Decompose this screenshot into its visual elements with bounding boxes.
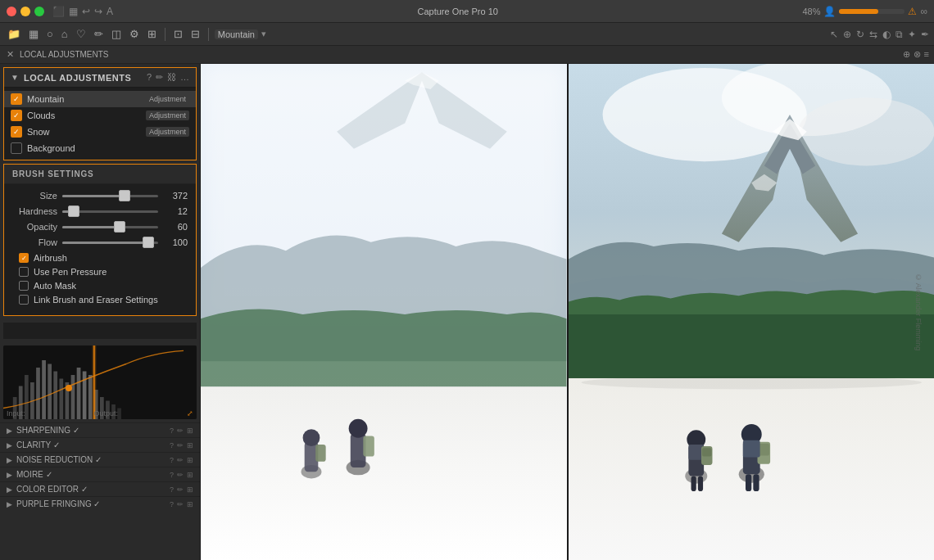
pen-icon[interactable]: ✒	[921, 29, 929, 40]
rotate-icon[interactable]: ↻	[856, 29, 864, 40]
adj-item-clouds[interactable]: ✓ Clouds Adjustment	[4, 107, 196, 124]
link-brush-row[interactable]: Link Brush and Eraser Settings	[12, 295, 188, 305]
sh-e-icon[interactable]: ✏	[177, 427, 184, 435]
undo-icon[interactable]: ↩	[82, 6, 90, 17]
adj-badge-mountain: Adjustment	[146, 94, 189, 104]
pen-pressure-row[interactable]: Use Pen Pressure	[12, 267, 188, 277]
section-moire[interactable]: ▶ MOIRE ✓ ? ✏ ⊞	[0, 467, 200, 481]
settings-icon[interactable]: ⚙	[127, 28, 142, 40]
mask-icon[interactable]: ◐	[882, 29, 891, 40]
purple-fringing-icons: ? ✏ ⊞	[170, 500, 193, 508]
ce-c-icon[interactable]: ⊞	[187, 485, 193, 494]
cursor-icon[interactable]: ↖	[830, 29, 838, 40]
adj-item-mountain[interactable]: ✓ Mountain Adjustment	[4, 91, 196, 107]
checkbox-snow[interactable]: ✓	[11, 126, 22, 138]
adj-item-background[interactable]: Background	[4, 140, 196, 156]
redo-icon[interactable]: ↪	[94, 6, 102, 17]
brush-icon[interactable]: ✏	[92, 28, 106, 40]
nr-e-icon[interactable]: ✏	[177, 456, 184, 464]
airbrush-label: Airbrush	[34, 253, 67, 263]
section-color-editor[interactable]: ▶ COLOR EDITOR ✓ ? ✏ ⊞	[0, 481, 200, 496]
fullscreen-button[interactable]	[34, 7, 44, 16]
link-icon[interactable]: ⛓	[167, 72, 176, 83]
airbrush-checkbox[interactable]: ✓	[19, 253, 29, 263]
opacity-track[interactable]	[62, 226, 158, 228]
opacity-thumb[interactable]	[114, 221, 125, 233]
sh-c-icon[interactable]: ⊞	[187, 427, 193, 435]
auto-mask-row[interactable]: Auto Mask	[12, 281, 188, 291]
sec-icon2[interactable]: ⊗	[914, 49, 921, 60]
profile-icon[interactable]: 👤	[823, 6, 836, 17]
tag-icon[interactable]: ♡	[74, 28, 88, 40]
import-icon[interactable]: 📁	[5, 28, 23, 40]
layout-icon[interactable]: ▦	[69, 6, 78, 17]
cl-e-icon[interactable]: ✏	[177, 441, 184, 449]
grid-icon[interactable]: ▦	[26, 28, 41, 40]
pf-q-icon[interactable]: ?	[170, 500, 174, 508]
view1-icon[interactable]: ⊡	[171, 28, 185, 40]
auto-mask-checkbox[interactable]	[19, 281, 29, 291]
nr-c-icon[interactable]: ⊞	[187, 456, 193, 464]
link-brush-checkbox[interactable]	[19, 295, 29, 305]
star-icon[interactable]: ⌂	[59, 28, 70, 40]
svg-rect-60	[745, 474, 750, 491]
share-icon[interactable]: ⊞	[145, 28, 159, 40]
more-icon[interactable]: …	[180, 72, 189, 83]
checkbox-background[interactable]	[11, 142, 22, 154]
mo-e-icon[interactable]: ✏	[177, 471, 184, 479]
view2-icon[interactable]: ⊟	[188, 28, 202, 40]
text-icon[interactable]: A	[107, 6, 113, 17]
histogram-expand[interactable]: ⤢	[187, 409, 193, 418]
checkbox-clouds[interactable]: ✓	[11, 110, 22, 121]
checkbox-mountain[interactable]: ✓	[11, 93, 22, 105]
flow-thumb[interactable]	[143, 237, 154, 248]
pen-pressure-checkbox[interactable]	[19, 267, 29, 277]
mo-c-icon[interactable]: ⊞	[187, 471, 193, 479]
sec-icon1[interactable]: ⊕	[903, 49, 910, 60]
adj-badge-snow: Adjustment	[146, 127, 189, 137]
brush-settings-panel: BRUSH SETTINGS Size 372 Hardness	[3, 164, 197, 316]
pf-e-icon[interactable]: ✏	[177, 500, 184, 508]
flow-track[interactable]	[62, 242, 158, 244]
output-label: Output:	[94, 409, 119, 418]
zoom-tool-icon[interactable]: ⊕	[843, 29, 851, 40]
size-thumb[interactable]	[119, 190, 130, 201]
ce-q-icon[interactable]: ?	[170, 485, 174, 494]
adj-item-snow[interactable]: ✓ Snow Adjustment	[4, 124, 196, 140]
airbrush-row[interactable]: ✓ Airbrush	[12, 253, 188, 263]
hardness-track[interactable]	[62, 210, 158, 213]
info-icon[interactable]: ∞	[920, 6, 927, 17]
hardness-thumb[interactable]	[68, 205, 79, 217]
dropdown-arrow[interactable]: ▾	[261, 29, 266, 39]
eyedrop-icon[interactable]: ✦	[908, 29, 916, 40]
mo-q-icon[interactable]: ?	[170, 471, 174, 479]
lock-icon[interactable]: ○	[44, 28, 56, 40]
ce-e-icon[interactable]: ✏	[177, 485, 184, 494]
warning-icon[interactable]: ⚠	[908, 6, 917, 17]
section-clarity[interactable]: ▶ CLARITY ✓ ? ✏ ⊞	[0, 437, 200, 452]
pf-c-icon[interactable]: ⊞	[187, 500, 193, 508]
panel-header-icons: ? ✏ ⛓ …	[147, 72, 189, 83]
sh-q-icon[interactable]: ?	[170, 427, 174, 435]
overlay-icon[interactable]: ⧉	[895, 29, 903, 40]
cl-c-icon[interactable]: ⊞	[187, 441, 193, 449]
nr-q-icon[interactable]: ?	[170, 456, 174, 464]
local-adj-header[interactable]: ▼ LOCAL ADJUSTMENTS ? ✏ ⛓ …	[4, 68, 196, 88]
size-track[interactable]	[62, 195, 158, 197]
sidebar-icon[interactable]: ⬛	[52, 6, 65, 17]
crop-icon[interactable]: ◫	[109, 28, 124, 40]
link-brush-label: Link Brush and Eraser Settings	[34, 295, 158, 305]
close-button[interactable]	[7, 7, 16, 16]
sec-icon3[interactable]: ≡	[924, 49, 929, 60]
section-sharpening[interactable]: ▶ SHARPENING ✓ ? ✏ ⊞	[0, 422, 200, 437]
section-purple-fringing[interactable]: ▶ PURPLE FRINGING ✓ ? ✏ ⊞	[0, 496, 200, 511]
svg-point-22	[66, 385, 72, 391]
cl-q-icon[interactable]: ?	[170, 441, 174, 449]
local-adj-icon[interactable]: ✕	[5, 49, 16, 60]
help-icon[interactable]: ?	[147, 72, 152, 83]
traffic-lights[interactable]	[7, 7, 44, 16]
section-noise[interactable]: ▶ NOISE REDUCTION ✓ ? ✏ ⊞	[0, 452, 200, 467]
compare-icon[interactable]: ⇆	[869, 29, 877, 40]
minimize-button[interactable]	[20, 7, 30, 16]
edit-icon[interactable]: ✏	[156, 72, 163, 83]
